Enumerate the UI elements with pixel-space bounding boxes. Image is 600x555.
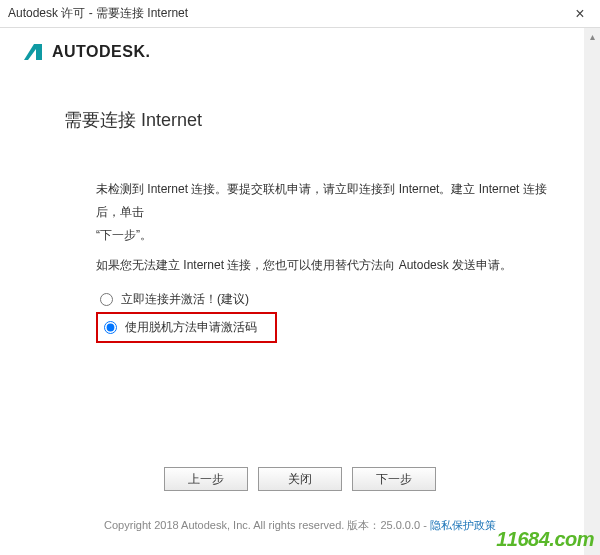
close-button[interactable]: 关闭 — [258, 467, 342, 491]
autodesk-logo-icon — [22, 42, 44, 62]
back-button[interactable]: 上一步 — [164, 467, 248, 491]
options-group: 立即连接并激活！(建议) 使用脱机方法申请激活码 — [96, 287, 560, 343]
main-content: 需要连接 Internet 未检测到 Internet 连接。要提交联机申请，请… — [0, 68, 560, 343]
scroll-up-icon[interactable]: ▴ — [584, 28, 600, 44]
instructions-block: 未检测到 Internet 连接。要提交联机申请，请立即连接到 Internet… — [64, 178, 560, 277]
window-close-button[interactable]: × — [560, 0, 600, 28]
option-connect-now-label: 立即连接并激活！(建议) — [121, 291, 249, 308]
option-connect-now[interactable]: 立即连接并激活！(建议) — [96, 287, 560, 312]
instruction-line-1b: “下一步”。 — [96, 228, 152, 242]
option-offline-activation-label: 使用脱机方法申请激活码 — [125, 319, 257, 336]
brand-area: AUTODESK. — [0, 28, 600, 68]
window-title: Autodesk 许可 - 需要连接 Internet — [8, 5, 560, 22]
button-row: 上一步 关闭 下一步 — [0, 467, 600, 491]
watermark: 11684.com — [496, 528, 594, 551]
window-titlebar: Autodesk 许可 - 需要连接 Internet × — [0, 0, 600, 28]
radio-connect-now[interactable] — [100, 293, 113, 306]
option-offline-activation[interactable]: 使用脱机方法申请激活码 — [96, 312, 277, 343]
privacy-link[interactable]: 隐私保护政策 — [430, 519, 496, 531]
brand-name: AUTODESK. — [52, 43, 150, 61]
page-heading: 需要连接 Internet — [64, 108, 560, 132]
copyright-text: Copyright 2018 Autodesk, Inc. All rights… — [104, 519, 430, 531]
radio-offline-activation[interactable] — [104, 321, 117, 334]
instruction-line-1a: 未检测到 Internet 连接。要提交联机申请，请立即连接到 Internet… — [96, 182, 547, 219]
next-button[interactable]: 下一步 — [352, 467, 436, 491]
instruction-line-2: 如果您无法建立 Internet 连接，您也可以使用替代方法向 Autodesk… — [96, 254, 560, 277]
